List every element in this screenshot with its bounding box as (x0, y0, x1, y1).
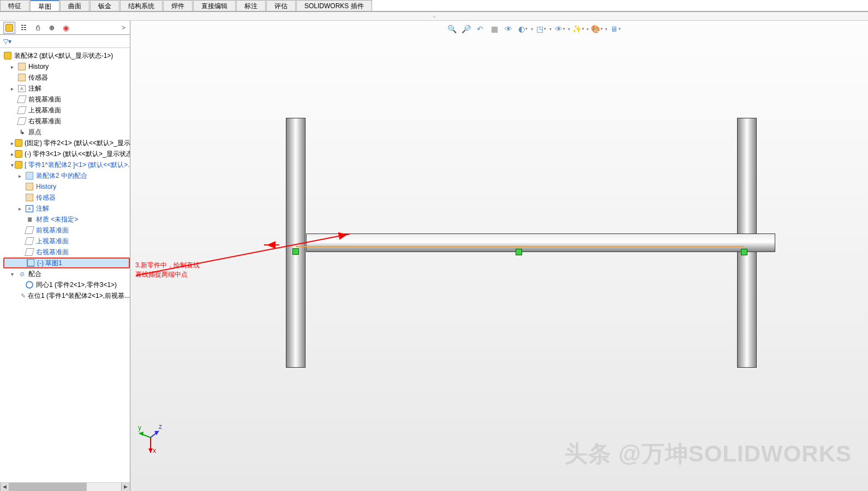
annotation-callout: 3.新零件中，绘制直线 直线捕捉两端中点 (135, 261, 200, 279)
annotation-line2: 直线捕捉两端中点 (135, 270, 200, 279)
zoom-area-icon[interactable]: 🔎 (460, 23, 472, 35)
appearance-tab[interactable]: ◉ (60, 22, 72, 34)
cube-view-icon[interactable]: ◳ (535, 23, 547, 35)
dim-tab[interactable]: ⊕ (46, 22, 58, 34)
ribbon-tab-4[interactable]: 结构系统 (120, 0, 163, 11)
ribbon-tab-1[interactable]: 草图 (30, 0, 59, 11)
ribbon-tabs: 特征草图曲面钣金结构系统焊件直接编辑标注评估SOLIDWORKS 插件 (0, 0, 868, 12)
tree-sub-top-plane[interactable]: 上视基准面 (3, 236, 130, 247)
eye-visibility-icon[interactable]: 👁 (554, 23, 566, 35)
ribbon-tab-6[interactable]: 直接编辑 (193, 0, 236, 11)
svg-text:z: z (159, 423, 162, 430)
sketch-line[interactable] (296, 246, 744, 247)
ribbon-tab-0[interactable]: 特征 (0, 0, 29, 11)
tree-sensors[interactable]: 传感器 (3, 72, 130, 83)
svg-text:x: x (153, 447, 156, 454)
dim-arrow-left (264, 244, 279, 246)
tree-filter-row: ▽▾ (0, 35, 130, 48)
ribbon-collapse-handle[interactable]: ⌵ (0, 12, 868, 21)
svg-marker-1 (148, 448, 153, 453)
monitor-icon[interactable]: 🖥 (609, 23, 621, 35)
ribbon-tab-5[interactable]: 焊件 (163, 0, 193, 11)
prev-view-icon[interactable]: ↶ (474, 23, 486, 35)
feature-tree-tab[interactable] (3, 22, 15, 34)
ribbon-tab-7[interactable]: 标注 (236, 0, 266, 11)
sketch-endpoint-right[interactable] (741, 249, 747, 255)
ribbon-tab-9[interactable]: SOLIDWORKS 插件 (296, 0, 372, 11)
tree-mate-coincident[interactable]: ✎在位1 (零件1^装配体2<1>,前视基... (3, 290, 130, 301)
model-crossbar (306, 233, 775, 252)
tree-sub-mates-folder[interactable]: ▸装配体2 中的配合 (3, 170, 130, 181)
section-icon[interactable]: ▦ (488, 23, 500, 35)
tree-sub-history[interactable]: History (3, 181, 130, 192)
tree-sub-right-plane[interactable]: 右视基准面 (3, 247, 130, 258)
tree-part3[interactable]: ▸(-) 零件3<1> (默认<<默认>_显示状态... (3, 148, 130, 159)
tree-part2-fixed[interactable]: ▸(固定) 零件2<1> (默认<<默认>_显示... (3, 137, 130, 148)
color-appear-icon[interactable]: 🎨 (591, 23, 603, 35)
zoom-fit-icon[interactable]: 🔍 (446, 23, 458, 35)
property-tab[interactable]: ☷ (17, 22, 29, 34)
view-orient-icon[interactable]: 👁 (502, 23, 514, 35)
tree-sub-annot[interactable]: ▸A注解 (3, 203, 130, 214)
render-icon[interactable]: ✨ (572, 23, 584, 35)
ribbon-tab-3[interactable]: 钣金 (90, 0, 119, 11)
sketch-midpoint[interactable] (516, 249, 522, 255)
tree-part1-inasm[interactable]: ▾[ 零件1^装配体2 ]<1> (默认<<默认>... (3, 159, 130, 170)
display-style-icon[interactable]: ◐ (517, 23, 529, 35)
tree-history[interactable]: ▸History (3, 61, 130, 72)
funnel-icon[interactable]: ▽▾ (3, 38, 11, 45)
tree-sub-front-plane[interactable]: 前视基准面 (3, 225, 130, 236)
tree-sketch1[interactable]: (-) 草图1 (3, 258, 130, 268)
watermark-text: 头条 @万坤SOLIDWORKS (565, 439, 852, 469)
tree-annotations[interactable]: ▸A注解 (3, 83, 130, 94)
svg-text:y: y (138, 424, 141, 432)
heads-up-view-toolbar: 🔍🔎↶▦👁◐▾◳▾👁▾✨▾🎨▾🖥 (442, 22, 625, 36)
panel-tab-bar: ☷ ⎙ ⊕ ◉ > (0, 21, 130, 35)
tree-mates[interactable]: ▾⊘配合 (3, 268, 130, 279)
panel-scrollbar-horizontal[interactable]: ◀▶ (0, 482, 130, 491)
ribbon-tab-8[interactable]: 评估 (266, 0, 296, 11)
panel-nav-next[interactable]: > (122, 24, 130, 32)
tree-front-plane[interactable]: 前视基准面 (3, 94, 130, 105)
svg-marker-7 (154, 431, 159, 435)
feature-tree: 装配体2 (默认<默认_显示状态-1>) ▸History 传感器 ▸A注解 前… (0, 48, 130, 482)
sketch-endpoint-left[interactable] (292, 248, 299, 255)
tree-mate-concentric[interactable]: 同心1 (零件2<1>,零件3<1>) (3, 279, 130, 290)
annotation-line1: 3.新零件中，绘制直线 (135, 261, 200, 270)
feature-manager-panel: ☷ ⎙ ⊕ ◉ > ▽▾ 装配体2 (默认<默认_显示状态-1>) ▸Histo… (0, 21, 130, 491)
tree-root-assembly[interactable]: 装配体2 (默认<默认_显示状态-1>) (3, 50, 130, 61)
ribbon-tab-2[interactable]: 曲面 (60, 0, 89, 11)
tree-sub-sensors[interactable]: 传感器 (3, 192, 130, 203)
graphics-viewport[interactable]: 🔍🔎↶▦👁◐▾◳▾👁▾✨▾🎨▾🖥 x y z 头条 @万坤SOLIDWORK (130, 21, 868, 491)
tree-origin[interactable]: ↳原点 (3, 127, 130, 137)
tree-material[interactable]: ≣材质 <未指定> (3, 214, 130, 225)
view-triad[interactable]: x y z (137, 421, 164, 456)
tree-top-plane[interactable]: 上视基准面 (3, 105, 130, 116)
config-tab[interactable]: ⎙ (32, 22, 44, 34)
tree-right-plane[interactable]: 右视基准面 (3, 116, 130, 127)
